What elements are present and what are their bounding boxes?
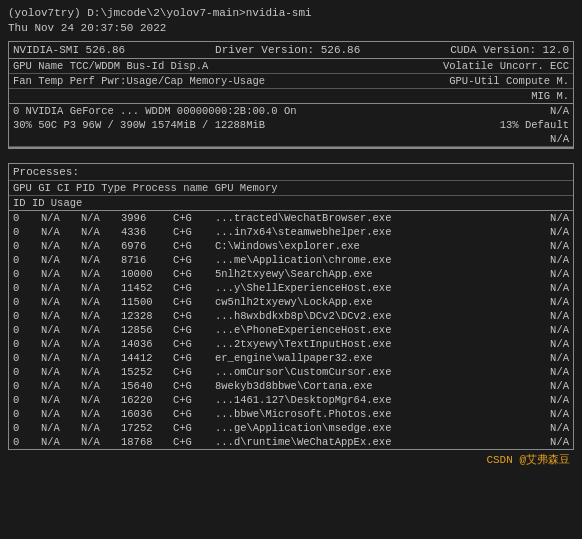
proc-cell: C+G <box>173 310 215 322</box>
proc-row: 0N/AN/A18768C+G...d\runtime\WeChatAppEx.… <box>9 435 573 449</box>
proc-cell: C+G <box>173 254 215 266</box>
proc-cell: N/A <box>81 268 121 280</box>
title-line1: (yolov7try) D:\jmcode\2\yolov7-main>nvid… <box>8 6 574 21</box>
proc-cell: 15252 <box>121 366 173 378</box>
proc-cell: 12856 <box>121 324 173 336</box>
title-bar: (yolov7try) D:\jmcode\2\yolov7-main>nvid… <box>8 6 574 37</box>
proc-row: 0N/AN/A4336C+G...in7x64\steamwebhelper.e… <box>9 225 573 239</box>
proc-cell: 0 <box>13 352 41 364</box>
title-line2: Thu Nov 24 20:37:50 2022 <box>8 21 574 36</box>
proc-cell: 0 <box>13 338 41 350</box>
proc-cell: C+G <box>173 366 215 378</box>
proc-cell: N/A <box>41 282 81 294</box>
proc-cell: 8wekyb3d8bbwe\Cortana.exe <box>215 380 519 392</box>
gpu-util2: 13% Default <box>500 119 569 131</box>
proc-col-header2: ID ID Usage <box>9 196 573 211</box>
proc-col-header1: GPU GI CI PID Type Process name GPU Memo… <box>9 181 573 196</box>
proc-cell: N/A <box>81 394 121 406</box>
gpu-info1: 0 NVIDIA GeForce ... WDDM 00000000:2B:00… <box>13 105 297 117</box>
proc-row: 0N/AN/A14036C+G...2txyewy\TextInputHost.… <box>9 337 573 351</box>
proc-cell: N/A <box>41 408 81 420</box>
proc-cell: 18768 <box>121 436 173 448</box>
terminal-window: (yolov7try) D:\jmcode\2\yolov7-main>nvid… <box>0 0 582 539</box>
proc-cell: 0 <box>13 324 41 336</box>
proc-cell: C+G <box>173 324 215 336</box>
proc-cell: N/A <box>519 324 569 336</box>
smi-header-row: NVIDIA-SMI 526.86 Driver Version: 526.86… <box>9 42 573 59</box>
gpu-col-header-row1: GPU Name TCC/WDDM Bus-Id Disp.A Volatile… <box>9 59 573 74</box>
proc-container: Processes: GPU GI CI PID Type Process na… <box>8 163 574 450</box>
gpu-info2: 30% 50C P3 96W / 390W 1574MiB / 12288MiB <box>13 119 265 131</box>
proc-cell: N/A <box>81 338 121 350</box>
proc-cell: N/A <box>81 310 121 322</box>
proc-cell: 14412 <box>121 352 173 364</box>
proc-cell: N/A <box>81 366 121 378</box>
proc-cell: N/A <box>519 310 569 322</box>
proc-cell: N/A <box>81 282 121 294</box>
proc-row: 0N/AN/A3996C+G...tracted\WechatBrowser.e… <box>9 211 573 225</box>
proc-cell: C+G <box>173 352 215 364</box>
smi-container: NVIDIA-SMI 526.86 Driver Version: 526.86… <box>8 41 574 149</box>
proc-cell: C+G <box>173 240 215 252</box>
proc-cell: N/A <box>41 338 81 350</box>
proc-cell: 6976 <box>121 240 173 252</box>
proc-cell: 0 <box>13 268 41 280</box>
proc-cell: N/A <box>519 254 569 266</box>
proc-cell: ...1461.127\DesktopMgr64.exe <box>215 394 519 406</box>
proc-cell: 16036 <box>121 408 173 420</box>
proc-cell: 12328 <box>121 310 173 322</box>
proc-cell: N/A <box>81 212 121 224</box>
proc-cell: C+G <box>173 422 215 434</box>
proc-row: 0N/AN/A6976C+GC:\Windows\explorer.exeN/A <box>9 239 573 253</box>
proc-cell: N/A <box>41 324 81 336</box>
gpu-ecc1: N/A <box>550 105 569 117</box>
proc-cell: N/A <box>41 310 81 322</box>
proc-row: 0N/AN/A10000C+G5nlh2txyewy\SearchApp.exe… <box>9 267 573 281</box>
proc-cell: 0 <box>13 422 41 434</box>
proc-cell: N/A <box>519 408 569 420</box>
proc-cell: N/A <box>519 352 569 364</box>
proc-cell: N/A <box>519 366 569 378</box>
proc-cell: C+G <box>173 282 215 294</box>
gpu-table: GPU Name TCC/WDDM Bus-Id Disp.A Volatile… <box>9 59 573 148</box>
proc-cell: N/A <box>519 422 569 434</box>
proc-row: 0N/AN/A15252C+G...omCursor\CustomCursor.… <box>9 365 573 379</box>
proc-cell: 0 <box>13 212 41 224</box>
proc-cell: 0 <box>13 380 41 392</box>
proc-cell: 0 <box>13 296 41 308</box>
h-gpu: GPU Name TCC/WDDM Bus-Id Disp.A <box>13 60 208 72</box>
proc-cell: ...h8wxbdkxb8p\DCv2\DCv2.exe <box>215 310 519 322</box>
driver-version: Driver Version: 526.86 <box>215 44 360 56</box>
proc-row: 0N/AN/A14412C+Ger_engine\wallpaper32.exe… <box>9 351 573 365</box>
proc-cell: ...omCursor\CustomCursor.exe <box>215 366 519 378</box>
proc-cell: 16220 <box>121 394 173 406</box>
proc-cell: 14036 <box>121 338 173 350</box>
proc-rows-container: 0N/AN/A3996C+G...tracted\WechatBrowser.e… <box>9 211 573 449</box>
proc-cell: C:\Windows\explorer.exe <box>215 240 519 252</box>
proc-cell: N/A <box>41 268 81 280</box>
proc-cell: 10000 <box>121 268 173 280</box>
proc-cell: er_engine\wallpaper32.exe <box>215 352 519 364</box>
proc-row: 0N/AN/A16036C+G...bbwe\Microsoft.Photos.… <box>9 407 573 421</box>
proc-row: 0N/AN/A8716C+G...me\Application\chrome.e… <box>9 253 573 267</box>
proc-label: Processes: <box>9 164 573 181</box>
proc-row: 0N/AN/A11500C+Gcw5nlh2txyewy\LockApp.exe… <box>9 295 573 309</box>
proc-cell: C+G <box>173 212 215 224</box>
proc-cell: N/A <box>41 422 81 434</box>
cuda-version: CUDA Version: 12.0 <box>450 44 569 56</box>
proc-cell: N/A <box>41 254 81 266</box>
proc-cell: ...me\Application\chrome.exe <box>215 254 519 266</box>
proc-cell: C+G <box>173 338 215 350</box>
proc-row: 0N/AN/A12328C+G...h8wxbdkxb8p\DCv2\DCv2.… <box>9 309 573 323</box>
proc-h2: ID ID Usage <box>13 197 82 209</box>
proc-cell: 0 <box>13 254 41 266</box>
proc-cell: ...in7x64\steamwebhelper.exe <box>215 226 519 238</box>
proc-cell: N/A <box>519 338 569 350</box>
gpu-data-row1: 0 NVIDIA GeForce ... WDDM 00000000:2B:00… <box>9 104 573 118</box>
gpu-data-row2: 30% 50C P3 96W / 390W 1574MiB / 12288MiB… <box>9 118 573 132</box>
proc-cell: C+G <box>173 268 215 280</box>
section-gap <box>8 149 574 157</box>
proc-cell: 3996 <box>121 212 173 224</box>
proc-cell: 0 <box>13 408 41 420</box>
proc-cell: 0 <box>13 226 41 238</box>
